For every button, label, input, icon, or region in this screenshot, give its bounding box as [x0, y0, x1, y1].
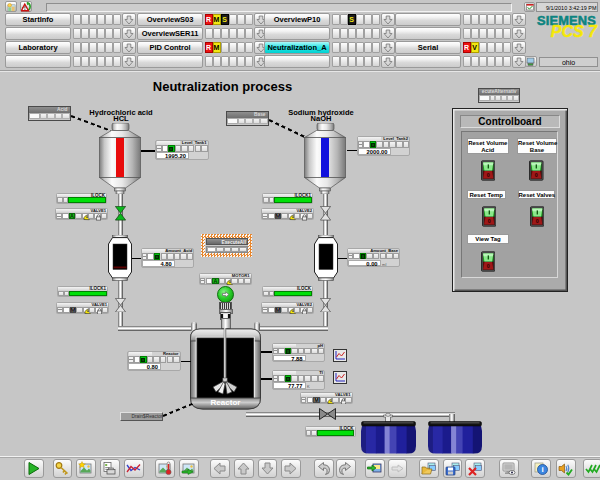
svg-text:Reactor: Reactor — [211, 398, 241, 407]
svg-text:0: 0 — [535, 172, 538, 178]
svg-text:i: i — [542, 465, 544, 474]
svg-text:0: 0 — [535, 218, 538, 224]
svg-text:0: 0 — [487, 218, 490, 224]
svg-text:0: 0 — [486, 263, 489, 269]
svg-text:0: 0 — [486, 172, 489, 178]
